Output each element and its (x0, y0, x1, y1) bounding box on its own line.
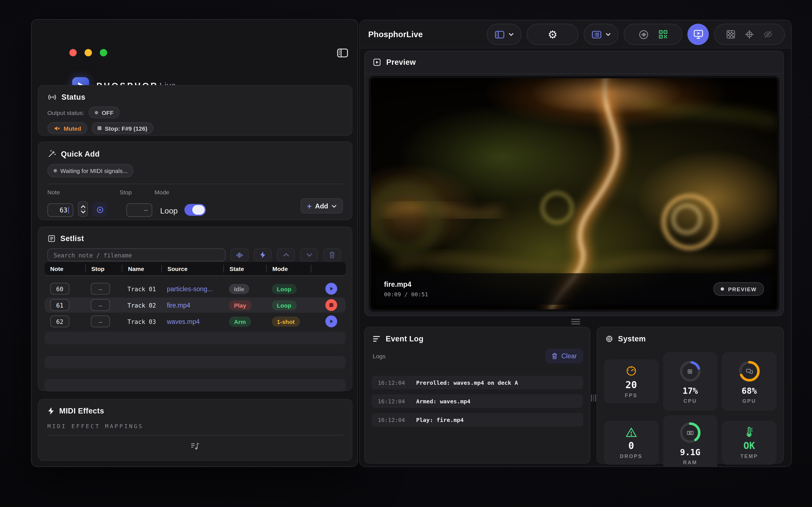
stop-input-value: – (144, 206, 148, 214)
event-log-panel: Event Log Logs Clear 16:12:04 Prerolled:… (364, 327, 591, 464)
audio-monitor-button[interactable] (638, 29, 649, 40)
dual-monitor-icon (737, 359, 762, 384)
midi-learn-button[interactable] (93, 202, 107, 217)
stop-icon (329, 303, 333, 307)
stat-tile-ram: 9.1G RAM (663, 415, 717, 467)
divider (47, 184, 343, 184)
titlebar: PhosphorLive ⚙ (360, 20, 791, 48)
delete-button[interactable] (323, 248, 341, 262)
log-entry: 16:12:04 Armed: waves.mp4 (371, 394, 583, 408)
midi-waiting-label: Waiting for MIDI signals... (60, 167, 128, 174)
blackout-button[interactable] (763, 29, 773, 40)
checkerboard-icon (726, 29, 736, 40)
cpu-chip-icon (605, 335, 613, 343)
stop-note-badge: Stop: F#9 (126) (91, 122, 154, 134)
state-badge: Play (229, 300, 251, 310)
stat-value: OK (744, 440, 755, 451)
stop-input[interactable]: – (126, 203, 152, 217)
crosshair-button[interactable] (744, 29, 755, 40)
preview-play-icon (373, 58, 381, 66)
horizontal-resize-handle[interactable] (571, 319, 580, 324)
minimize-button[interactable] (85, 49, 92, 56)
desktop: PHOSPHORLive Status Output status: OFF (0, 0, 812, 507)
stat-value: 9.1G (680, 447, 700, 457)
stepper-down-icon (80, 210, 86, 213)
checkerboard-button[interactable] (726, 29, 736, 40)
column-mode: Mode (266, 265, 311, 273)
zoom-button[interactable] (100, 49, 107, 56)
row-stop-playback-button[interactable] (325, 299, 337, 311)
stat-value: 20 (625, 379, 637, 390)
row-note-button[interactable]: 62 (50, 316, 69, 327)
quick-add-title: Quick Add (61, 150, 100, 158)
column-state: State (223, 265, 266, 273)
log-message: Play: fire.mp4 (416, 416, 464, 423)
video-timecode: 00:09 / 00:51 (384, 291, 428, 297)
search-input[interactable] (47, 248, 225, 262)
thermometer-icon (744, 427, 755, 438)
row-stop-button[interactable]: – (91, 283, 110, 295)
row-play-button[interactable] (325, 316, 337, 327)
text-caret (68, 207, 69, 214)
row-source-link[interactable]: waves.mp4 (167, 318, 200, 325)
setlist-row-active[interactable]: 61 – Track 02 fire.mp4 Play Loop (45, 297, 346, 313)
list-icon (592, 30, 602, 39)
vertical-resize-handle[interactable] (591, 394, 596, 402)
settings-button[interactable]: ⚙ (527, 24, 578, 45)
qr-code-button[interactable] (658, 29, 668, 40)
row-stop-button[interactable]: – (91, 316, 110, 327)
system-panel: System 20 FPS (597, 327, 784, 464)
stop-square-icon (98, 126, 101, 130)
stat-tile-fps: 20 FPS (604, 359, 658, 403)
output-window: PhosphorLive ⚙ (359, 20, 792, 467)
play-icon (328, 319, 334, 324)
video-surface[interactable]: fire.mp4 00:09 / 00:51 PREVIEW (371, 78, 777, 309)
setlist-icon (47, 234, 56, 243)
program-preview-button[interactable] (688, 24, 709, 45)
setlist-row[interactable]: 62 – Track 03 waves.mp4 Arm 1-shot (45, 314, 346, 329)
add-button[interactable]: + Add (301, 198, 343, 214)
status-card: Status Output status: OFF Muted (38, 85, 352, 136)
setlist-row[interactable]: 60 – Track 01 particles-song... Idle Loo… (45, 281, 346, 296)
move-up-button[interactable] (277, 248, 295, 262)
row-name: Track 02 (128, 302, 156, 308)
broadcast-icon (47, 93, 57, 101)
row-name: Track 03 (128, 318, 156, 325)
sidebar-toggle-icon[interactable] (337, 48, 349, 58)
stat-value: 0 (628, 440, 634, 451)
add-button-label: Add (315, 202, 328, 210)
close-button[interactable] (69, 49, 77, 56)
chevron-down-icon (306, 253, 312, 257)
muted-badge: Muted (47, 122, 87, 134)
mode-badge: Loop (272, 300, 296, 310)
note-stepper[interactable] (78, 201, 88, 217)
row-stop-button[interactable]: – (91, 299, 110, 311)
video-filename: fire.mp4 (384, 281, 428, 288)
waiting-dot-icon (54, 169, 57, 172)
status-title: Status (61, 93, 86, 101)
stat-value: 17% (682, 386, 698, 396)
loop-mode-toggle[interactable] (185, 204, 206, 216)
row-source-link[interactable]: particles-song... (167, 285, 213, 292)
scenes-menu-button[interactable] (583, 24, 619, 45)
trash-icon (551, 353, 557, 359)
waveform-button[interactable] (231, 248, 249, 262)
clear-button-label: Clear (561, 353, 577, 359)
layout-menu-button[interactable] (487, 24, 522, 45)
row-source-link[interactable]: fire.mp4 (167, 302, 190, 308)
monitor-group (624, 24, 682, 45)
mode-field-label: Mode (154, 189, 169, 195)
stop-field-label: Stop (119, 189, 154, 195)
off-dot-icon (95, 111, 98, 114)
row-play-button[interactable] (325, 283, 337, 295)
row-note-button[interactable]: 61 (50, 299, 69, 311)
stop-note-label: Stop: F#9 (126) (105, 125, 147, 131)
control-window: PHOSPHORLive Status Output status: OFF (31, 19, 358, 467)
row-note-button[interactable]: 60 (50, 283, 69, 295)
move-down-button[interactable] (300, 248, 318, 262)
trigger-all-button[interactable] (254, 248, 272, 262)
stat-label: RAM (683, 460, 698, 465)
state-badge: Arm (229, 316, 251, 327)
note-input[interactable]: 63 (47, 203, 73, 217)
clear-logs-button[interactable]: Clear (545, 349, 583, 363)
